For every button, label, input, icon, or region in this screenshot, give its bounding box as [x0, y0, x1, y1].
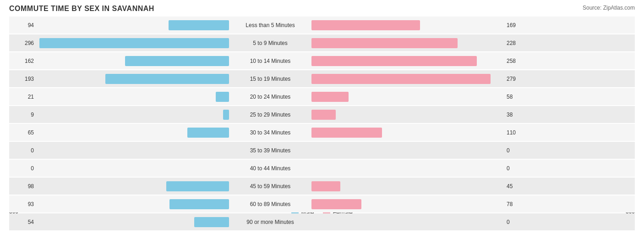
male-bar [194, 217, 229, 227]
table-row: 0 35 to 39 Minutes 0 [9, 142, 635, 159]
row-label: 25 to 29 Minutes [229, 112, 311, 118]
female-bar-container [311, 145, 504, 156]
table-row: 65 30 to 34 Minutes 110 [9, 124, 635, 141]
male-bar-container [37, 110, 229, 120]
female-bar-container [311, 217, 504, 227]
table-row: 9 25 to 29 Minutes 38 [9, 106, 635, 123]
male-bar [125, 56, 229, 66]
table-row: 94 Less than 5 Minutes 169 [9, 17, 635, 33]
female-value: 258 [504, 58, 531, 64]
male-bar [187, 128, 229, 138]
male-value: 162 [9, 58, 37, 64]
male-value: 54 [9, 219, 37, 225]
male-value: 65 [9, 129, 37, 136]
female-bar-container [311, 128, 504, 138]
table-row: 162 10 to 14 Minutes 258 [9, 52, 635, 69]
bars-area: 94 Less than 5 Minutes 169 296 5 to 9 Mi… [9, 17, 635, 206]
female-value: 279 [504, 76, 531, 82]
male-bar-container [37, 163, 229, 173]
row-label: 45 to 59 Minutes [229, 183, 311, 190]
female-value: 0 [504, 147, 531, 154]
row-label: 30 to 34 Minutes [229, 129, 311, 136]
male-value: 98 [9, 183, 37, 190]
table-row: 93 60 to 89 Minutes 78 [9, 195, 635, 212]
male-bar-container [37, 217, 229, 227]
male-value: 0 [9, 165, 37, 172]
female-bar [311, 38, 458, 48]
female-bar-container [311, 110, 504, 120]
chart-container: COMMUTE TIME BY SEX IN SAVANNAH Source: … [0, 0, 644, 240]
female-bar-container [311, 181, 504, 191]
row-label: 5 to 9 Minutes [229, 40, 311, 46]
female-value: 0 [504, 219, 531, 225]
table-row: 296 5 to 9 Minutes 228 [9, 34, 635, 51]
female-bar [311, 181, 340, 191]
female-bar [311, 128, 382, 138]
female-value: 45 [504, 183, 531, 190]
female-bar-container [311, 199, 504, 209]
male-value: 21 [9, 94, 37, 100]
male-bar-container [37, 56, 229, 66]
male-bar-container [37, 92, 229, 102]
female-bar [311, 20, 420, 30]
female-bar-container [311, 74, 504, 84]
female-value: 38 [504, 112, 531, 118]
female-bar-container [311, 92, 504, 102]
source-label: Source: ZipAtlas.com [583, 5, 635, 11]
row-label: 15 to 19 Minutes [229, 76, 311, 82]
male-bar-container [37, 181, 229, 191]
female-bar-container [311, 20, 504, 30]
male-bar [166, 181, 229, 191]
table-row: 54 90 or more Minutes 0 [9, 213, 635, 230]
male-value: 193 [9, 76, 37, 82]
male-value: 93 [9, 201, 37, 207]
male-bar [223, 110, 229, 120]
female-value: 0 [504, 165, 531, 172]
male-value: 0 [9, 147, 37, 154]
female-value: 169 [504, 22, 531, 28]
female-bar [311, 199, 361, 209]
male-bar [216, 92, 229, 102]
male-bar-container [37, 128, 229, 138]
row-label: 60 to 89 Minutes [229, 201, 311, 207]
row-label: 35 to 39 Minutes [229, 147, 311, 154]
table-row: 193 15 to 19 Minutes 279 [9, 70, 635, 87]
female-value: 58 [504, 94, 531, 100]
female-bar [311, 56, 477, 66]
male-bar-container [37, 199, 229, 209]
male-bar [169, 20, 229, 30]
male-bar-container [37, 74, 229, 84]
table-row: 98 45 to 59 Minutes 45 [9, 178, 635, 195]
row-label: 10 to 14 Minutes [229, 58, 311, 64]
female-bar-container [311, 38, 504, 48]
male-bar [169, 199, 229, 209]
female-bar-container [311, 163, 504, 173]
male-value: 296 [9, 40, 37, 46]
male-bar [105, 74, 229, 84]
male-bar-container [37, 145, 229, 156]
female-value: 110 [504, 129, 531, 136]
table-row: 21 20 to 24 Minutes 58 [9, 88, 635, 105]
male-value: 94 [9, 22, 37, 28]
table-row: 0 40 to 44 Minutes 0 [9, 160, 635, 177]
row-label: 20 to 24 Minutes [229, 94, 311, 100]
row-label: Less than 5 Minutes [229, 22, 311, 28]
female-bar [311, 92, 349, 102]
male-bar [39, 38, 229, 48]
row-label: 90 or more Minutes [229, 219, 311, 225]
female-bar [311, 110, 336, 120]
male-value: 9 [9, 112, 37, 118]
male-bar-container [37, 38, 229, 48]
row-label: 40 to 44 Minutes [229, 165, 311, 172]
female-bar-container [311, 56, 504, 66]
male-bar-container [37, 20, 229, 30]
female-bar [311, 74, 491, 84]
female-value: 78 [504, 201, 531, 207]
chart-title: COMMUTE TIME BY SEX IN SAVANNAH [9, 5, 635, 13]
female-value: 228 [504, 40, 531, 46]
